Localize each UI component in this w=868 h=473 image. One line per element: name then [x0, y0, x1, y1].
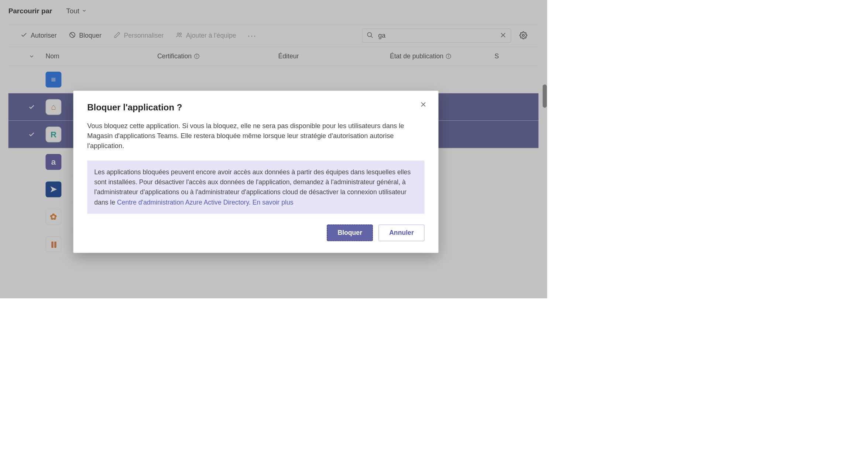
svg-point-4: [367, 32, 371, 37]
block-icon: [69, 31, 76, 40]
filter-value: Tout: [66, 7, 79, 15]
search-box[interactable]: [362, 28, 511, 42]
svg-point-8: [522, 34, 524, 36]
aad-admin-center-link[interactable]: Centre d'administration Azure Active Dir…: [117, 199, 249, 206]
block-label: Bloquer: [79, 32, 102, 39]
column-publish-state[interactable]: État de publication: [390, 52, 488, 60]
people-icon: [176, 31, 183, 40]
column-s[interactable]: S: [487, 52, 529, 60]
customize-button[interactable]: Personnaliser: [111, 30, 167, 42]
clear-search-icon[interactable]: [500, 32, 507, 40]
column-certification[interactable]: Certification: [157, 52, 278, 60]
close-dialog-button[interactable]: [420, 101, 427, 109]
block-app-dialog: Bloquer l'application ? Vous bloquez cet…: [73, 91, 438, 253]
browse-label: Parcourir par: [8, 7, 52, 15]
add-to-team-label: Ajouter à l'équipe: [186, 32, 236, 39]
svg-point-14: [449, 55, 449, 55]
column-publish-state-label: État de publication: [390, 52, 443, 60]
app-icon: a: [45, 154, 61, 170]
table-header: Nom Certification Éditeur État de public…: [8, 47, 539, 66]
learn-more-link[interactable]: En savoir plus: [253, 199, 294, 206]
column-publisher[interactable]: Éditeur: [278, 52, 390, 60]
info-sep: .: [249, 199, 253, 206]
app-icon: ≡: [45, 72, 61, 88]
dialog-title: Bloquer l'application ?: [87, 102, 425, 112]
app-icon: ⌂: [45, 99, 61, 115]
more-actions-button[interactable]: ···: [246, 31, 259, 40]
search-input[interactable]: [378, 32, 495, 39]
scrollbar-thumb[interactable]: [543, 85, 547, 108]
column-certification-label: Certification: [157, 52, 192, 60]
app-icon: ➤: [45, 181, 61, 197]
gear-icon: [519, 37, 527, 40]
customize-label: Personnaliser: [124, 32, 164, 39]
app-icon: ⫿⫿: [45, 236, 61, 252]
cancel-button[interactable]: Annuler: [378, 224, 425, 241]
svg-point-3: [179, 33, 181, 35]
app-icon: ✿: [45, 209, 61, 224]
authorize-label: Autoriser: [31, 32, 57, 39]
row-checkbox[interactable]: [18, 131, 46, 138]
column-name[interactable]: Nom: [45, 52, 157, 60]
svg-point-2: [177, 33, 179, 35]
action-toolbar: Autoriser Bloquer Personnaliser Ajouter …: [8, 24, 539, 47]
dialog-info-box: Les applications bloquées peuvent encore…: [87, 160, 425, 214]
dialog-footer: Bloquer Annuler: [87, 224, 425, 241]
svg-point-11: [197, 55, 197, 55]
dialog-body-text: Vous bloquez cette application. Si vous …: [87, 121, 425, 151]
row-checkbox[interactable]: [18, 104, 46, 110]
block-button[interactable]: Bloquer: [66, 30, 104, 42]
info-icon[interactable]: [194, 54, 199, 59]
info-icon[interactable]: [446, 54, 451, 59]
search-icon: [367, 32, 374, 40]
confirm-block-button[interactable]: Bloquer: [327, 224, 373, 241]
check-icon: [20, 31, 27, 40]
add-to-team-button[interactable]: Ajouter à l'équipe: [173, 30, 239, 42]
close-icon: [420, 104, 427, 109]
authorize-button[interactable]: Autoriser: [18, 30, 59, 42]
app-icon: R: [45, 126, 61, 142]
table-row[interactable]: ≡: [8, 66, 539, 93]
select-all-toggle[interactable]: [18, 53, 46, 59]
pencil-icon: [114, 31, 121, 40]
filter-dropdown[interactable]: Tout: [59, 7, 87, 15]
settings-button[interactable]: [518, 30, 529, 42]
chevron-down-icon: [82, 7, 87, 15]
svg-line-5: [371, 36, 373, 38]
browse-header: Parcourir par Tout: [0, 0, 547, 24]
svg-line-1: [71, 33, 74, 36]
